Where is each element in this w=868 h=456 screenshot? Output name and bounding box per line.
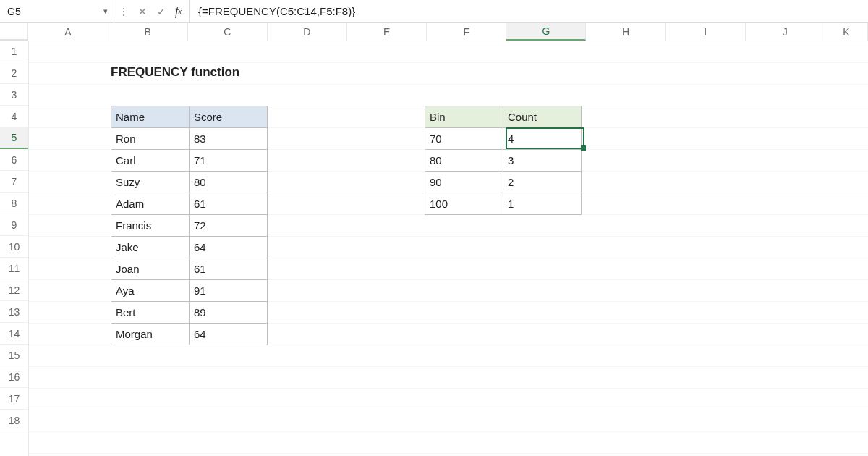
formula-input[interactable]: {=FREQUENCY(C5:C14,F5:F8)} — [192, 0, 868, 22]
table-cell[interactable]: Ron — [111, 128, 190, 150]
column-header-G[interactable]: G — [506, 23, 586, 41]
table-cell[interactable]: 64 — [190, 324, 268, 345]
name-box[interactable]: G5 ▾ — [0, 0, 114, 22]
bin-count-table: BinCount7048039021001 — [425, 106, 582, 215]
table-cell[interactable]: Adam — [111, 193, 190, 215]
table-header[interactable]: Score — [190, 106, 268, 128]
row-header-6[interactable]: 6 — [0, 149, 28, 171]
table-row: Adam61 — [111, 193, 268, 215]
fx-icon[interactable]: fx — [171, 0, 190, 22]
row-header-9[interactable]: 9 — [0, 214, 28, 236]
table-row: Francis72 — [111, 215, 268, 237]
column-header-C[interactable]: C — [188, 23, 268, 41]
table-cell[interactable]: Joan — [111, 258, 190, 280]
cancel-icon[interactable]: ✕ — [133, 0, 152, 22]
column-header-K[interactable]: K — [825, 23, 868, 41]
vseparator-icon: ⋮ — [114, 0, 133, 22]
row-header-17[interactable]: 17 — [0, 388, 28, 410]
table-row: Bert89 — [111, 302, 268, 324]
table-cell[interactable]: 64 — [190, 237, 268, 258]
column-header-I[interactable]: I — [666, 23, 746, 41]
column-header-D[interactable]: D — [268, 23, 347, 41]
row-header-8[interactable]: 8 — [0, 193, 28, 214]
table-header[interactable]: Bin — [425, 106, 503, 128]
column-header-B[interactable]: B — [109, 23, 188, 41]
row-headers: 123456789101112131415161718 — [0, 41, 29, 456]
row-header-10[interactable]: 10 — [0, 236, 28, 258]
column-header-J[interactable]: J — [746, 23, 825, 41]
table-cell[interactable]: 3 — [503, 150, 582, 172]
row-header-12[interactable]: 12 — [0, 279, 28, 301]
name-box-value: G5 — [7, 6, 21, 17]
column-header-E[interactable]: E — [347, 23, 427, 41]
row-header-16[interactable]: 16 — [0, 366, 28, 388]
table-cell[interactable]: 90 — [425, 172, 503, 193]
formula-text: {=FREQUENCY(C5:C14,F5:F8)} — [198, 5, 355, 17]
worksheet: ABCDEFGHIJK 123456789101112131415161718 … — [0, 23, 868, 456]
table-cell[interactable]: 71 — [190, 150, 268, 172]
row-header-2[interactable]: 2 — [0, 62, 28, 84]
table-cell[interactable]: 83 — [190, 128, 268, 150]
row-header-5[interactable]: 5 — [0, 127, 28, 149]
table-cell[interactable]: 61 — [190, 193, 268, 215]
table-row: Carl71 — [111, 150, 268, 172]
grid-canvas[interactable]: FREQUENCY function NameScoreRon83Carl71S… — [29, 41, 868, 456]
row-header-1[interactable]: 1 — [0, 41, 28, 62]
table-cell[interactable]: 80 — [190, 172, 268, 193]
column-header-H[interactable]: H — [586, 23, 665, 41]
select-all-corner[interactable] — [0, 23, 28, 40]
table-row: Morgan64 — [111, 324, 268, 345]
row-header-18[interactable]: 18 — [0, 410, 28, 431]
row-header-4[interactable]: 4 — [0, 106, 28, 127]
table-cell[interactable]: Jake — [111, 237, 190, 258]
row-header-13[interactable]: 13 — [0, 301, 28, 323]
table-cell[interactable]: 61 — [190, 258, 268, 280]
row-header-11[interactable]: 11 — [0, 258, 28, 279]
table-cell[interactable]: 1 — [503, 193, 582, 215]
table-cell[interactable]: Bert — [111, 302, 190, 324]
chevron-down-icon[interactable]: ▾ — [103, 7, 108, 16]
table-row: 704 — [425, 128, 582, 150]
table-cell[interactable]: 80 — [425, 150, 503, 172]
table-cell[interactable]: Francis — [111, 215, 190, 237]
table-cell[interactable]: Carl — [111, 150, 190, 172]
row-header-15[interactable]: 15 — [0, 345, 28, 366]
row-header-14[interactable]: 14 — [0, 323, 28, 345]
table-row: Joan61 — [111, 258, 268, 280]
column-headers: ABCDEFGHIJK — [0, 23, 868, 41]
formula-bar: G5 ▾ ⋮ ✕ ✓ fx {=FREQUENCY(C5:C14,F5:F8)} — [0, 0, 868, 23]
table-cell[interactable]: Aya — [111, 280, 190, 302]
table-cell[interactable]: 4 — [503, 128, 582, 150]
names-score-table: NameScoreRon83Carl71Suzy80Adam61Francis7… — [111, 106, 268, 345]
table-cell[interactable]: 70 — [425, 128, 503, 150]
table-cell[interactable]: 2 — [503, 172, 582, 193]
page-title: FREQUENCY function — [111, 65, 239, 80]
table-cell[interactable]: 89 — [190, 302, 268, 324]
table-row: 1001 — [425, 193, 582, 215]
table-cell[interactable]: 91 — [190, 280, 268, 302]
table-row: Ron83 — [111, 128, 268, 150]
table-cell[interactable]: Morgan — [111, 324, 190, 345]
row-header-3[interactable]: 3 — [0, 84, 28, 106]
table-row: Jake64 — [111, 237, 268, 258]
table-row: Suzy80 — [111, 172, 268, 193]
table-cell[interactable]: 72 — [190, 215, 268, 237]
column-header-F[interactable]: F — [427, 23, 506, 41]
fill-handle[interactable] — [581, 145, 586, 151]
table-cell[interactable]: Suzy — [111, 172, 190, 193]
table-header[interactable]: Name — [111, 106, 190, 128]
table-row: 902 — [425, 172, 582, 193]
table-cell[interactable]: 100 — [425, 193, 503, 215]
table-row: Aya91 — [111, 280, 268, 302]
row-header-7[interactable]: 7 — [0, 171, 28, 193]
table-row: 803 — [425, 150, 582, 172]
column-header-A[interactable]: A — [28, 23, 108, 41]
enter-icon[interactable]: ✓ — [152, 0, 171, 22]
table-header[interactable]: Count — [503, 106, 582, 128]
